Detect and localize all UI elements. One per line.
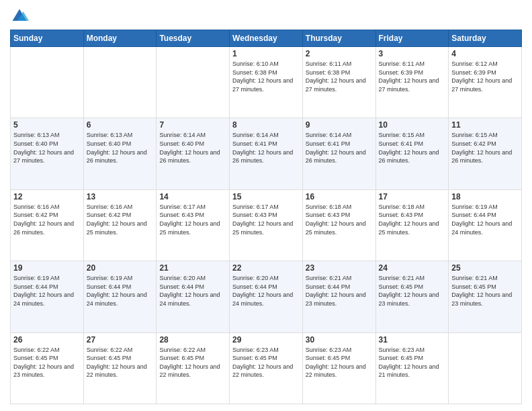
day-header-thursday: Thursday <box>302 30 375 47</box>
calendar-cell <box>11 47 84 118</box>
day-header-friday: Friday <box>375 30 449 47</box>
day-info: Sunrise: 6:17 AM Sunset: 6:43 PM Dayligh… <box>159 203 226 236</box>
day-info: Sunrise: 6:13 AM Sunset: 6:40 PM Dayligh… <box>13 131 81 165</box>
day-header-wednesday: Wednesday <box>230 30 303 47</box>
day-info: Sunrise: 6:16 AM Sunset: 6:42 PM Dayligh… <box>87 203 154 236</box>
calendar-cell: 31Sunrise: 6:23 AM Sunset: 6:45 PM Dayli… <box>375 332 449 404</box>
week-row-3: 12Sunrise: 6:16 AM Sunset: 6:42 PM Dayli… <box>11 189 522 261</box>
week-row-1: 1Sunrise: 6:10 AM Sunset: 6:38 PM Daylig… <box>11 47 522 118</box>
day-number: 5 <box>13 120 81 130</box>
day-number: 3 <box>379 49 446 58</box>
day-info: Sunrise: 6:18 AM Sunset: 6:43 PM Dayligh… <box>306 203 373 236</box>
calendar-cell: 13Sunrise: 6:16 AM Sunset: 6:42 PM Dayli… <box>83 189 157 261</box>
day-number: 24 <box>379 263 446 273</box>
day-info: Sunrise: 6:17 AM Sunset: 6:43 PM Dayligh… <box>232 203 300 236</box>
calendar-cell: 2Sunrise: 6:11 AM Sunset: 6:38 PM Daylig… <box>302 47 375 118</box>
calendar-cell: 7Sunrise: 6:14 AM Sunset: 6:40 PM Daylig… <box>157 118 230 189</box>
calendar-cell: 4Sunrise: 6:12 AM Sunset: 6:39 PM Daylig… <box>449 47 522 118</box>
day-number: 29 <box>232 335 300 345</box>
day-info: Sunrise: 6:15 AM Sunset: 6:41 PM Dayligh… <box>379 131 446 165</box>
calendar-cell: 5Sunrise: 6:13 AM Sunset: 6:40 PM Daylig… <box>11 118 84 189</box>
day-number: 13 <box>87 192 154 201</box>
calendar-cell: 27Sunrise: 6:22 AM Sunset: 6:45 PM Dayli… <box>83 332 157 404</box>
day-header-saturday: Saturday <box>449 30 522 47</box>
day-info: Sunrise: 6:21 AM Sunset: 6:45 PM Dayligh… <box>451 274 519 308</box>
day-number: 26 <box>13 335 81 345</box>
calendar-cell: 26Sunrise: 6:22 AM Sunset: 6:45 PM Dayli… <box>11 332 84 404</box>
day-info: Sunrise: 6:22 AM Sunset: 6:45 PM Dayligh… <box>87 346 154 379</box>
calendar-header: SundayMondayTuesdayWednesdayThursdayFrid… <box>11 30 522 47</box>
calendar-cell: 14Sunrise: 6:17 AM Sunset: 6:43 PM Dayli… <box>157 189 230 261</box>
day-number: 11 <box>451 120 519 130</box>
day-number: 28 <box>159 335 226 345</box>
logo <box>10 7 32 26</box>
day-number: 6 <box>87 120 154 130</box>
day-number: 17 <box>379 192 446 201</box>
calendar-cell: 18Sunrise: 6:19 AM Sunset: 6:44 PM Dayli… <box>449 189 522 261</box>
calendar-cell <box>449 332 522 404</box>
calendar-cell: 11Sunrise: 6:15 AM Sunset: 6:42 PM Dayli… <box>449 118 522 189</box>
page: SundayMondayTuesdayWednesdayThursdayFrid… <box>0 0 532 411</box>
calendar-body: 1Sunrise: 6:10 AM Sunset: 6:38 PM Daylig… <box>11 47 522 404</box>
day-info: Sunrise: 6:14 AM Sunset: 6:40 PM Dayligh… <box>159 131 226 165</box>
calendar-cell: 30Sunrise: 6:23 AM Sunset: 6:45 PM Dayli… <box>302 332 375 404</box>
calendar-cell: 15Sunrise: 6:17 AM Sunset: 6:43 PM Dayli… <box>230 189 303 261</box>
calendar-cell: 1Sunrise: 6:10 AM Sunset: 6:38 PM Daylig… <box>230 47 303 118</box>
week-row-5: 26Sunrise: 6:22 AM Sunset: 6:45 PM Dayli… <box>11 332 522 404</box>
calendar-cell: 23Sunrise: 6:21 AM Sunset: 6:44 PM Dayli… <box>302 261 375 332</box>
day-info: Sunrise: 6:21 AM Sunset: 6:44 PM Dayligh… <box>306 274 373 308</box>
calendar-cell: 6Sunrise: 6:13 AM Sunset: 6:40 PM Daylig… <box>83 118 157 189</box>
day-number: 16 <box>306 192 373 201</box>
week-row-2: 5Sunrise: 6:13 AM Sunset: 6:40 PM Daylig… <box>11 118 522 189</box>
day-info: Sunrise: 6:20 AM Sunset: 6:44 PM Dayligh… <box>232 274 300 308</box>
day-info: Sunrise: 6:11 AM Sunset: 6:38 PM Dayligh… <box>306 60 373 93</box>
day-info: Sunrise: 6:19 AM Sunset: 6:44 PM Dayligh… <box>451 203 519 236</box>
day-header-sunday: Sunday <box>11 30 84 47</box>
day-number: 27 <box>87 335 154 345</box>
day-number: 23 <box>306 263 373 273</box>
calendar-cell: 29Sunrise: 6:23 AM Sunset: 6:45 PM Dayli… <box>230 332 303 404</box>
day-info: Sunrise: 6:10 AM Sunset: 6:38 PM Dayligh… <box>232 60 300 93</box>
day-number: 2 <box>306 49 373 58</box>
calendar-cell: 28Sunrise: 6:22 AM Sunset: 6:45 PM Dayli… <box>157 332 230 404</box>
day-number: 1 <box>232 49 300 58</box>
calendar-cell: 24Sunrise: 6:21 AM Sunset: 6:45 PM Dayli… <box>375 261 449 332</box>
day-number: 4 <box>451 49 519 58</box>
day-info: Sunrise: 6:14 AM Sunset: 6:41 PM Dayligh… <box>232 131 300 165</box>
week-row-4: 19Sunrise: 6:19 AM Sunset: 6:44 PM Dayli… <box>11 261 522 332</box>
day-number: 18 <box>451 192 519 201</box>
day-number: 7 <box>159 120 226 130</box>
day-number: 15 <box>232 192 300 201</box>
day-number: 10 <box>379 120 446 130</box>
day-info: Sunrise: 6:15 AM Sunset: 6:42 PM Dayligh… <box>451 131 519 165</box>
day-info: Sunrise: 6:23 AM Sunset: 6:45 PM Dayligh… <box>232 346 300 379</box>
calendar-cell: 19Sunrise: 6:19 AM Sunset: 6:44 PM Dayli… <box>11 261 84 332</box>
day-number: 31 <box>379 335 446 345</box>
day-info: Sunrise: 6:18 AM Sunset: 6:43 PM Dayligh… <box>379 203 446 236</box>
day-number: 14 <box>159 192 226 201</box>
day-info: Sunrise: 6:12 AM Sunset: 6:39 PM Dayligh… <box>451 60 519 93</box>
header <box>10 7 522 26</box>
day-info: Sunrise: 6:19 AM Sunset: 6:44 PM Dayligh… <box>87 274 154 308</box>
header-row: SundayMondayTuesdayWednesdayThursdayFrid… <box>11 30 522 47</box>
calendar-cell: 21Sunrise: 6:20 AM Sunset: 6:44 PM Dayli… <box>157 261 230 332</box>
day-number: 8 <box>232 120 300 130</box>
day-info: Sunrise: 6:13 AM Sunset: 6:40 PM Dayligh… <box>87 131 154 165</box>
calendar-cell <box>157 47 230 118</box>
day-number: 19 <box>13 263 81 273</box>
day-number: 20 <box>87 263 154 273</box>
day-header-tuesday: Tuesday <box>157 30 230 47</box>
day-info: Sunrise: 6:14 AM Sunset: 6:41 PM Dayligh… <box>306 131 373 165</box>
day-info: Sunrise: 6:16 AM Sunset: 6:42 PM Dayligh… <box>13 203 81 236</box>
calendar-cell: 22Sunrise: 6:20 AM Sunset: 6:44 PM Dayli… <box>230 261 303 332</box>
day-number: 25 <box>451 263 519 273</box>
day-number: 12 <box>13 192 81 201</box>
day-number: 22 <box>232 263 300 273</box>
day-info: Sunrise: 6:23 AM Sunset: 6:45 PM Dayligh… <box>306 346 373 379</box>
calendar-cell: 17Sunrise: 6:18 AM Sunset: 6:43 PM Dayli… <box>375 189 449 261</box>
day-number: 9 <box>306 120 373 130</box>
calendar-cell: 12Sunrise: 6:16 AM Sunset: 6:42 PM Dayli… <box>11 189 84 261</box>
calendar-cell: 3Sunrise: 6:11 AM Sunset: 6:39 PM Daylig… <box>375 47 449 118</box>
day-header-monday: Monday <box>83 30 157 47</box>
day-number: 30 <box>306 335 373 345</box>
